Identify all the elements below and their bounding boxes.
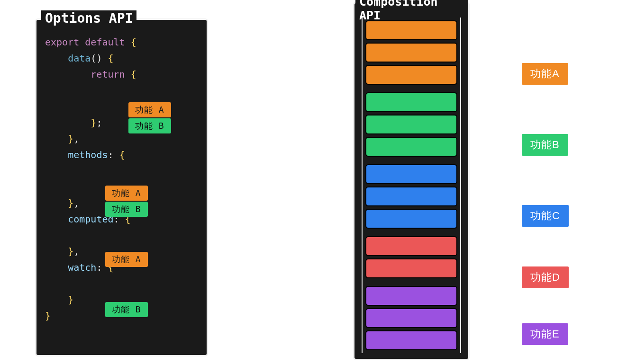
composition-bar-blue bbox=[365, 209, 457, 229]
chip-watch-feature-b: 功能 B bbox=[105, 302, 148, 317]
composition-bar-blue bbox=[365, 164, 457, 184]
composition-bar-orange bbox=[365, 43, 457, 62]
chip-computed-feature-a: 功能 A bbox=[105, 252, 148, 267]
group-gap bbox=[365, 159, 457, 162]
group-gap bbox=[365, 281, 457, 284]
group-gap bbox=[365, 231, 457, 234]
keyword-default: default bbox=[85, 36, 125, 48]
composition-api-panel: Composition API bbox=[353, 2, 470, 360]
options-api-panel: Options API export default { data() { re… bbox=[35, 18, 208, 356]
legend-feature-b: 功能B bbox=[522, 134, 568, 156]
composition-bar-purple bbox=[365, 330, 457, 350]
legend-feature-e: 功能E bbox=[522, 323, 568, 345]
composition-bar-purple bbox=[365, 286, 457, 306]
chip-methods-feature-b: 功能 B bbox=[105, 202, 148, 217]
code-data: data bbox=[68, 53, 91, 64]
group-gap bbox=[365, 87, 457, 90]
code-watch: watch bbox=[68, 262, 96, 273]
options-api-title: Options API bbox=[41, 10, 136, 26]
options-api-code: export default { data() { return { }; },… bbox=[36, 20, 207, 332]
legend-feature-a: 功能A bbox=[522, 63, 568, 85]
composition-bar-red bbox=[365, 236, 457, 256]
chip-data-feature-b: 功能 B bbox=[128, 118, 171, 133]
code-return: return bbox=[91, 69, 125, 80]
composition-bar-red bbox=[365, 258, 457, 278]
composition-bar-orange bbox=[365, 20, 457, 40]
code-methods: methods bbox=[68, 149, 108, 160]
chip-methods-feature-a: 功能 A bbox=[105, 186, 148, 201]
composition-bars-container bbox=[362, 18, 461, 353]
composition-bar-green bbox=[365, 115, 457, 134]
legend-feature-c: 功能C bbox=[522, 205, 569, 227]
legend-feature-d: 功能D bbox=[522, 266, 569, 288]
composition-bar-green bbox=[365, 92, 457, 112]
composition-bar-blue bbox=[365, 186, 457, 206]
chip-data-feature-a: 功能 A bbox=[128, 102, 171, 117]
composition-bar-purple bbox=[365, 308, 457, 328]
composition-bar-orange bbox=[365, 65, 457, 85]
composition-bar-green bbox=[365, 137, 457, 157]
keyword-export: export bbox=[45, 36, 79, 48]
